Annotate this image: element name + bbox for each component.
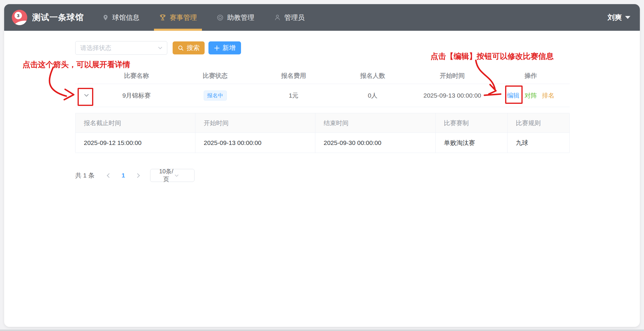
window-bottom-edge xyxy=(0,330,644,331)
venue-title: 测试一条球馆 xyxy=(32,12,84,23)
start-time-cell: 2025-09-13 00:00:00 xyxy=(413,92,492,99)
pagination: 共 1 条 1 10条/页 xyxy=(75,169,195,182)
caret-down-icon xyxy=(625,16,630,19)
status-badge: 报名中 xyxy=(204,91,227,101)
col-actions: 操作 xyxy=(492,72,570,80)
nav-assistant-management[interactable]: 助教管理 xyxy=(216,4,254,31)
annotation-expand-tip: 点击这个箭头，可以展开看详情 xyxy=(23,59,130,70)
match-status-cell: 报名中 xyxy=(176,91,255,101)
match-name-cell: 9月锦标赛 xyxy=(97,91,176,100)
status-filter-select[interactable]: 请选择状态 xyxy=(75,41,167,55)
page-number-button[interactable]: 1 xyxy=(118,172,128,179)
detail-col-end: 结束时间 xyxy=(315,113,436,133)
app-window: 3 测试一条球馆 球馆信息 赛事管理 xyxy=(4,4,640,327)
detail-col-deadline: 报名截止时间 xyxy=(76,113,195,133)
desktop-background: 3 测试一条球馆 球馆信息 赛事管理 xyxy=(0,0,644,331)
col-start-time: 开始时间 xyxy=(413,72,492,80)
page-size-select[interactable]: 10条/页 xyxy=(150,169,195,182)
page-size-value: 10条/页 xyxy=(158,167,174,183)
billiard-ball-logo: 3 xyxy=(12,10,27,25)
search-button[interactable]: 搜索 xyxy=(173,41,205,54)
matches-table: 比赛名称 比赛状态 报名费用 报名人数 开始时间 操作 9月锦标赛 报名中 1元 xyxy=(75,68,570,107)
filter-toolbar: 请选择状态 搜索 新增 xyxy=(75,41,241,55)
assistant-icon xyxy=(216,14,224,21)
nav-event-management[interactable]: 赛事管理 xyxy=(159,4,197,31)
col-fee: 报名费用 xyxy=(255,72,333,80)
table-header-row: 比赛名称 比赛状态 报名费用 报名人数 开始时间 操作 xyxy=(75,68,570,84)
nav-label: 球馆信息 xyxy=(112,13,139,22)
actions-cell: 编辑 对阵 排名 xyxy=(492,91,570,100)
plus-icon xyxy=(214,45,220,51)
add-button-label: 新增 xyxy=(223,43,236,52)
select-placeholder: 请选择状态 xyxy=(80,44,111,52)
app-header: 3 测试一条球馆 球馆信息 赛事管理 xyxy=(4,4,640,31)
col-match-status: 比赛状态 xyxy=(176,72,255,80)
col-match-name: 比赛名称 xyxy=(97,72,176,80)
nav-label: 赛事管理 xyxy=(170,13,197,22)
detail-col-start: 开始时间 xyxy=(195,113,315,133)
detail-deadline-value: 2025-09-12 15:00:00 xyxy=(76,133,195,153)
chevron-down-icon xyxy=(158,45,163,51)
location-pin-icon xyxy=(102,14,109,21)
search-icon xyxy=(178,45,184,51)
expanded-detail-table: 报名截止时间 开始时间 结束时间 比赛赛制 比赛规则 2025-09-12 15… xyxy=(75,113,570,153)
annotation-box-expand xyxy=(78,88,93,106)
annotation-box-edit xyxy=(505,85,523,104)
nav-venue-info[interactable]: 球馆信息 xyxy=(102,4,139,31)
prev-page-button[interactable] xyxy=(102,174,115,177)
ball-number: 3 xyxy=(15,12,22,19)
detail-header-row: 报名截止时间 开始时间 结束时间 比赛赛制 比赛规则 xyxy=(76,113,569,133)
detail-end-value: 2025-09-30 00:00:00 xyxy=(315,133,436,153)
table-row: 9月锦标赛 报名中 1元 0人 2025-09-13 00:00:00 编辑 对… xyxy=(75,84,570,107)
bracket-link[interactable]: 对阵 xyxy=(525,91,537,100)
detail-col-rules: 比赛规则 xyxy=(508,113,569,133)
add-button[interactable]: 新增 xyxy=(208,41,241,54)
trophy-icon xyxy=(159,14,166,21)
detail-value-row: 2025-09-12 15:00:00 2025-09-13 00:00:00 … xyxy=(76,133,569,153)
chevron-left-icon xyxy=(107,173,112,178)
chevron-down-icon xyxy=(174,173,190,178)
fee-cell: 1元 xyxy=(255,91,333,100)
nav-label: 管理员 xyxy=(284,13,305,22)
nav-label: 助教管理 xyxy=(227,13,254,22)
col-participants: 报名人数 xyxy=(333,72,413,80)
detail-col-format: 比赛赛制 xyxy=(436,113,508,133)
next-page-button[interactable] xyxy=(131,174,145,177)
annotation-edit-tip: 点击【编辑】按钮可以修改比赛信息 xyxy=(431,51,554,62)
left-arrow-head xyxy=(64,89,74,100)
detail-format-value: 单败淘汰赛 xyxy=(436,133,508,153)
total-count: 共 1 条 xyxy=(75,171,94,180)
admin-user-icon xyxy=(274,14,281,21)
main-nav: 球馆信息 赛事管理 助教管理 xyxy=(102,4,305,31)
chevron-right-icon xyxy=(135,173,140,178)
ranking-link[interactable]: 排名 xyxy=(542,91,555,100)
detail-rules-value: 九球 xyxy=(508,133,569,153)
detail-start-value: 2025-09-13 00:00:00 xyxy=(195,133,315,153)
left-arrow-shaft xyxy=(49,67,66,96)
user-menu[interactable]: 刘爽 xyxy=(608,13,630,22)
search-button-label: 搜索 xyxy=(187,43,200,52)
user-name: 刘爽 xyxy=(608,13,622,22)
ball-shine xyxy=(12,19,27,25)
participants-cell: 0人 xyxy=(333,91,413,100)
nav-admin[interactable]: 管理员 xyxy=(274,4,305,31)
